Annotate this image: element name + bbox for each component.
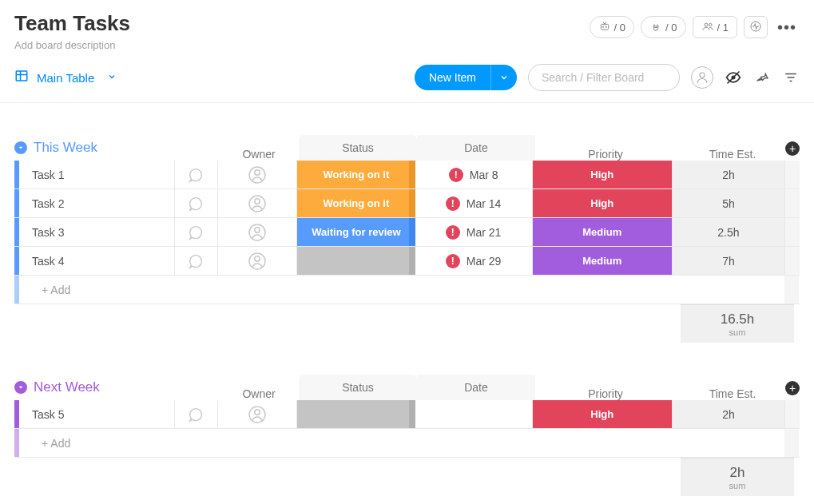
table-row[interactable]: Task 1 Working on it !Mar 8 High 2h bbox=[14, 161, 800, 189]
row-end bbox=[785, 218, 800, 246]
automations-count: / 0 bbox=[614, 22, 625, 34]
status-cell[interactable] bbox=[297, 247, 415, 275]
svg-point-15 bbox=[255, 227, 260, 232]
time-cell[interactable]: 2h bbox=[673, 161, 785, 189]
plug-icon bbox=[649, 20, 662, 35]
priority-cell[interactable]: Medium bbox=[533, 218, 673, 246]
integrations-pill[interactable]: / 0 bbox=[641, 16, 685, 38]
overdue-alert-icon: ! bbox=[446, 196, 460, 211]
group-title[interactable]: Next Week bbox=[34, 379, 100, 395]
date-cell[interactable]: !Mar 8 bbox=[415, 161, 533, 189]
conversation-icon[interactable] bbox=[175, 161, 218, 189]
task-name-cell[interactable]: Task 5 bbox=[19, 400, 175, 428]
time-cell[interactable]: 2h bbox=[673, 400, 785, 428]
row-end bbox=[784, 429, 799, 457]
board-description[interactable]: Add board description bbox=[14, 39, 130, 51]
col-header-priority[interactable]: Priority bbox=[535, 387, 676, 400]
sum-value: 2h bbox=[730, 465, 745, 481]
priority-cell[interactable]: High bbox=[533, 161, 673, 189]
col-header-time[interactable]: Time Est. bbox=[676, 387, 789, 400]
table-view-icon bbox=[14, 69, 29, 86]
status-cell[interactable] bbox=[297, 400, 415, 428]
new-item-dropdown[interactable] bbox=[490, 65, 517, 90]
filter-icon[interactable] bbox=[782, 69, 800, 86]
table-row[interactable]: Task 5 High 2h bbox=[14, 400, 800, 429]
members-pill[interactable]: / 1 bbox=[693, 16, 737, 38]
add-item-row[interactable]: + Add bbox=[19, 276, 784, 304]
table-row[interactable]: Task 3 Waiting for review !Mar 21 Medium… bbox=[14, 218, 800, 247]
row-end bbox=[785, 247, 800, 275]
col-header-status[interactable]: Status bbox=[299, 375, 417, 400]
conversation-icon[interactable] bbox=[175, 247, 218, 275]
owner-cell[interactable] bbox=[218, 218, 297, 246]
priority-cell[interactable]: High bbox=[533, 189, 673, 217]
activity-pill[interactable] bbox=[744, 16, 768, 38]
time-cell[interactable]: 2.5h bbox=[673, 218, 785, 246]
col-header-owner[interactable]: Owner bbox=[219, 387, 299, 400]
svg-point-3 bbox=[705, 23, 708, 26]
svg-point-1 bbox=[602, 26, 603, 27]
svg-point-19 bbox=[255, 409, 260, 414]
time-cell[interactable]: 7h bbox=[673, 247, 785, 275]
col-header-time[interactable]: Time Est. bbox=[676, 148, 789, 161]
conversation-icon[interactable] bbox=[175, 400, 218, 428]
sum-label: sum bbox=[729, 327, 746, 337]
col-header-priority[interactable]: Priority bbox=[535, 148, 676, 161]
overdue-alert-icon: ! bbox=[449, 168, 463, 182]
task-name-cell[interactable]: Task 2 bbox=[19, 189, 175, 217]
search-input[interactable] bbox=[528, 64, 680, 91]
add-item-row[interactable]: + Add bbox=[19, 429, 784, 457]
person-filter[interactable] bbox=[691, 66, 713, 89]
owner-cell[interactable] bbox=[218, 189, 297, 217]
people-icon bbox=[701, 20, 714, 35]
board-title[interactable]: Team Tasks bbox=[14, 11, 130, 36]
column-summary: 16.5h sum bbox=[681, 304, 794, 343]
time-cell[interactable]: 5h bbox=[673, 189, 785, 217]
date-cell[interactable]: !Mar 14 bbox=[415, 189, 533, 217]
integrations-count: / 0 bbox=[665, 22, 677, 34]
task-name-cell[interactable]: Task 3 bbox=[19, 218, 175, 246]
status-cell[interactable]: Working on it bbox=[297, 161, 415, 189]
new-item-button[interactable]: New Item bbox=[415, 65, 490, 90]
task-name-cell[interactable]: Task 4 bbox=[19, 247, 175, 275]
add-column-button[interactable]: + bbox=[785, 381, 800, 395]
owner-cell[interactable] bbox=[218, 400, 297, 428]
col-header-date[interactable]: Date bbox=[417, 375, 535, 400]
table-row[interactable]: Task 2 Working on it !Mar 14 High 5h bbox=[14, 189, 800, 218]
date-cell[interactable]: !Mar 29 bbox=[415, 247, 533, 275]
date-cell[interactable] bbox=[415, 400, 533, 428]
add-column-button[interactable]: + bbox=[785, 141, 800, 156]
more-menu[interactable]: ••• bbox=[774, 16, 800, 38]
group-toggle[interactable] bbox=[14, 141, 27, 154]
svg-point-2 bbox=[606, 26, 606, 27]
svg-rect-0 bbox=[601, 24, 608, 30]
task-name-cell[interactable]: Task 1 bbox=[19, 161, 175, 189]
row-end bbox=[784, 276, 799, 304]
view-name[interactable]: Main Table bbox=[37, 71, 94, 85]
view-dropdown-chevron[interactable] bbox=[107, 72, 117, 84]
col-header-owner[interactable]: Owner bbox=[219, 148, 299, 161]
svg-point-17 bbox=[255, 256, 260, 260]
pin-icon[interactable] bbox=[753, 69, 771, 86]
owner-cell[interactable] bbox=[218, 161, 297, 189]
date-cell[interactable]: !Mar 21 bbox=[415, 218, 533, 246]
svg-point-13 bbox=[255, 198, 260, 203]
status-cell[interactable]: Waiting for review bbox=[297, 218, 415, 246]
col-header-status[interactable]: Status bbox=[299, 135, 417, 161]
row-end bbox=[785, 189, 800, 217]
svg-point-11 bbox=[255, 169, 260, 174]
status-cell[interactable]: Working on it bbox=[297, 189, 415, 217]
conversation-icon[interactable] bbox=[175, 189, 218, 217]
priority-cell[interactable]: Medium bbox=[533, 247, 673, 275]
group-toggle[interactable] bbox=[14, 381, 27, 394]
table-row[interactable]: Task 4 !Mar 29 Medium 7h bbox=[14, 247, 800, 276]
group-title[interactable]: This Week bbox=[34, 140, 97, 156]
priority-cell[interactable]: High bbox=[533, 400, 673, 428]
conversation-icon[interactable] bbox=[175, 218, 218, 246]
hide-icon[interactable] bbox=[725, 69, 742, 86]
row-end bbox=[785, 161, 800, 189]
automations-pill[interactable]: / 0 bbox=[590, 16, 634, 38]
overdue-alert-icon: ! bbox=[446, 225, 460, 240]
col-header-date[interactable]: Date bbox=[417, 135, 535, 161]
owner-cell[interactable] bbox=[218, 247, 297, 275]
